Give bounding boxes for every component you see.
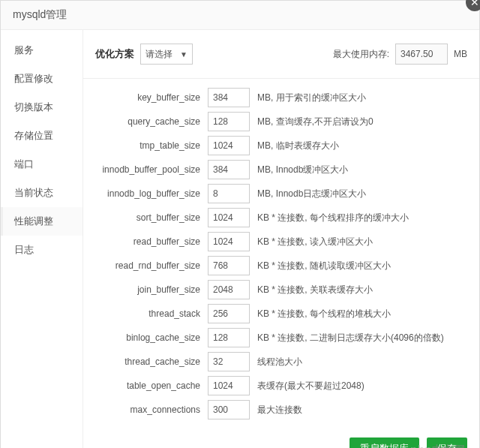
config-row: query_cache_sizeMB, 查询缓存,不开启请设为0	[95, 112, 467, 131]
config-input[interactable]	[208, 328, 250, 347]
sidebar-item[interactable]: 存储位置	[1, 122, 82, 150]
config-label: key_buffer_size	[95, 92, 208, 103]
config-desc: MB, Innodb缓冲区大小	[257, 164, 348, 176]
config-label: tmp_table_size	[95, 140, 208, 151]
config-label: thread_stack	[95, 308, 208, 319]
config-input[interactable]	[208, 232, 250, 251]
config-row: read_buffer_sizeKB * 连接数, 读入缓冲区大小	[95, 232, 467, 251]
config-input[interactable]	[208, 400, 250, 419]
config-desc: KB * 连接数, 二进制日志缓存大小(4096的倍数)	[257, 332, 444, 344]
config-label: binlog_cache_size	[95, 332, 208, 343]
config-input[interactable]	[208, 112, 250, 131]
maxmem-input[interactable]	[395, 44, 448, 65]
config-row: max_connections 最大连接数	[95, 400, 467, 419]
config-desc: KB * 连接数, 每个线程的堆栈大小	[257, 308, 391, 320]
config-input[interactable]	[208, 280, 250, 299]
config-row: read_rnd_buffer_sizeKB * 连接数, 随机读取缓冲区大小	[95, 256, 467, 275]
config-desc: MB, 临时表缓存大小	[257, 140, 339, 152]
config-row: sort_buffer_sizeKB * 连接数, 每个线程排序的缓冲大小	[95, 208, 467, 227]
config-label: join_buffer_size	[95, 284, 208, 295]
config-input[interactable]	[208, 352, 250, 371]
config-desc: MB, 查询缓存,不开启请设为0	[257, 116, 374, 128]
config-row: thread_cache_size 线程池大小	[95, 352, 467, 371]
config-input[interactable]	[208, 208, 250, 227]
config-row: innodb_buffer_pool_sizeMB, Innodb缓冲区大小	[95, 160, 467, 179]
restart-db-button[interactable]: 重启数据库	[350, 437, 419, 448]
sidebar-item[interactable]: 服务	[1, 36, 82, 65]
config-input[interactable]	[208, 184, 250, 203]
config-desc: MB, 用于索引的缓冲区大小	[257, 92, 366, 104]
sidebar: 服务配置修改切换版本存储位置端口当前状态性能调整日志	[1, 30, 83, 448]
config-rows: key_buffer_sizeMB, 用于索引的缓冲区大小query_cache…	[83, 79, 479, 419]
config-label: innodb_log_buffer_size	[95, 188, 208, 199]
page-title: mysqld管理	[13, 8, 67, 20]
plan-selected: 请选择	[146, 48, 172, 61]
caret-down-icon: ▼	[180, 50, 188, 59]
save-button[interactable]: 保存	[427, 437, 467, 448]
config-label: read_rnd_buffer_size	[95, 260, 208, 271]
footer: 重启数据库 保存 php中文网	[83, 424, 479, 448]
config-desc: KB * 连接数, 关联表缓存大小	[257, 284, 373, 296]
config-input[interactable]	[208, 304, 250, 323]
config-row: innodb_log_buffer_sizeMB, Innodb日志缓冲区大小	[95, 184, 467, 203]
config-row: thread_stackKB * 连接数, 每个线程的堆栈大小	[95, 304, 467, 323]
config-label: sort_buffer_size	[95, 212, 208, 223]
config-input[interactable]	[208, 256, 250, 275]
config-label: table_open_cache	[95, 380, 208, 391]
main-panel: 优化方案 请选择 ▼ 最大使用内存: MB key_buffer_sizeMB,…	[83, 30, 479, 448]
maxmem-unit: MB	[454, 49, 467, 59]
config-input[interactable]	[208, 136, 250, 155]
config-row: join_buffer_sizeKB * 连接数, 关联表缓存大小	[95, 280, 467, 299]
top-row: 优化方案 请选择 ▼ 最大使用内存: MB	[83, 44, 479, 79]
sidebar-item[interactable]: 日志	[1, 236, 82, 264]
config-row: binlog_cache_sizeKB * 连接数, 二进制日志缓存大小(409…	[95, 328, 467, 347]
config-label: thread_cache_size	[95, 356, 208, 367]
config-desc: 线程池大小	[257, 356, 302, 368]
maxmem-label: 最大使用内存:	[333, 48, 389, 61]
sidebar-item[interactable]: 配置修改	[1, 65, 82, 93]
plan-select[interactable]: 请选择 ▼	[140, 44, 193, 65]
config-desc: 最大连接数	[257, 404, 302, 416]
config-row: key_buffer_sizeMB, 用于索引的缓冲区大小	[95, 88, 467, 107]
modal-header: mysqld管理	[1, 1, 479, 30]
config-desc: KB * 连接数, 随机读取缓冲区大小	[257, 260, 391, 272]
config-desc: KB * 连接数, 读入缓冲区大小	[257, 236, 373, 248]
config-row: table_open_cache 表缓存(最大不要超过2048)	[95, 376, 467, 395]
config-row: tmp_table_sizeMB, 临时表缓存大小	[95, 136, 467, 155]
config-input[interactable]	[208, 376, 250, 395]
config-label: innodb_buffer_pool_size	[95, 164, 208, 175]
config-desc: MB, Innodb日志缓冲区大小	[257, 188, 366, 200]
config-desc: 表缓存(最大不要超过2048)	[257, 380, 364, 392]
sidebar-item[interactable]: 端口	[1, 150, 82, 179]
sidebar-item[interactable]: 切换版本	[1, 93, 82, 122]
config-input[interactable]	[208, 88, 250, 107]
config-label: max_connections	[95, 404, 208, 415]
plan-label: 优化方案	[95, 47, 134, 61]
config-label: query_cache_size	[95, 116, 208, 127]
config-input[interactable]	[208, 160, 250, 179]
config-label: read_buffer_size	[95, 236, 208, 247]
config-desc: KB * 连接数, 每个线程排序的缓冲大小	[257, 212, 409, 224]
sidebar-item[interactable]: 当前状态	[1, 179, 82, 207]
sidebar-item[interactable]: 性能调整	[1, 207, 82, 236]
